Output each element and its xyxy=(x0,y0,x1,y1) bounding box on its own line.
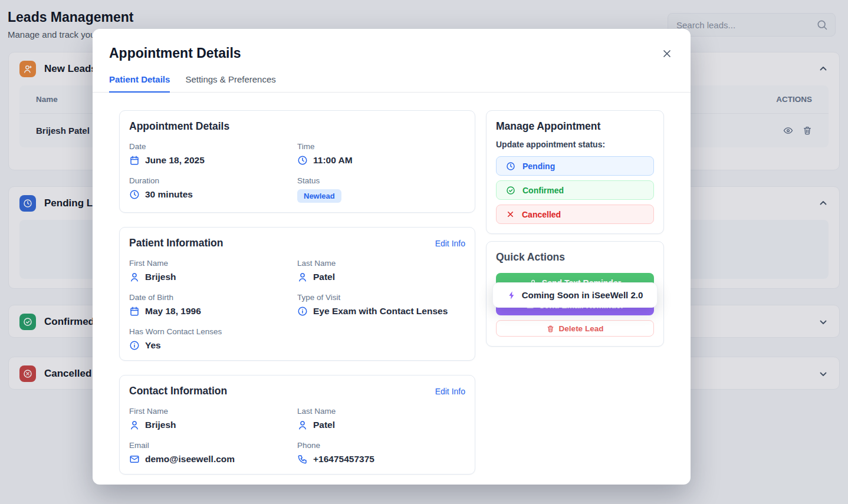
field-label: Email xyxy=(129,441,297,450)
field-label: First Name xyxy=(129,407,297,416)
manage-appointment-card: Manage Appointment Update appointment st… xyxy=(486,110,664,234)
tab-settings-preferences[interactable]: Settings & Preferences xyxy=(185,74,275,92)
field-label: Time xyxy=(297,142,465,151)
field-value: Patel xyxy=(313,420,335,430)
dob-field: Date of Birth May 18, 1996 xyxy=(129,293,297,317)
field-value: 11:00 AM xyxy=(313,155,353,166)
appointment-details-modal: Appointment Details Patient Details Sett… xyxy=(93,29,691,485)
modal-title: Appointment Details xyxy=(109,45,674,61)
phone-field: Phone +16475457375 xyxy=(297,441,465,465)
email-field: Email demo@iseewell.com xyxy=(129,441,297,465)
update-status-label: Update appointment status: xyxy=(496,140,654,149)
field-label: Last Name xyxy=(297,259,465,268)
card-title: Patient Information xyxy=(129,237,223,249)
field-label: Date of Birth xyxy=(129,293,297,302)
tooltip-text: Coming Soon in iSeeWell 2.0 xyxy=(522,290,643,300)
status-badge: Newlead xyxy=(297,189,341,203)
last-name-field: Last Name Patel xyxy=(297,259,465,282)
field-label: Has Worn Contact Lenses xyxy=(129,327,297,336)
x-icon xyxy=(506,210,515,219)
field-value: Eye Exam with Contact Lenses xyxy=(313,306,448,317)
time-field: Time 11:00 AM xyxy=(297,142,465,166)
field-label: First Name xyxy=(129,259,297,268)
user-icon xyxy=(129,420,140,430)
user-icon xyxy=(129,272,140,282)
phone-icon xyxy=(297,454,308,465)
calendar-icon xyxy=(129,306,140,317)
info-icon xyxy=(129,340,140,351)
status-label: Pending xyxy=(522,162,555,171)
field-value: Brijesh xyxy=(145,420,176,430)
status-cancelled-button[interactable]: Cancelled xyxy=(496,205,654,224)
clock-icon xyxy=(297,155,308,166)
field-label: Phone xyxy=(297,441,465,450)
duration-field: Duration 30 minutes xyxy=(129,176,297,203)
field-value: 30 minutes xyxy=(145,189,193,200)
status-label: Confirmed xyxy=(522,186,564,195)
field-value: Yes xyxy=(145,340,161,351)
trash-icon xyxy=(547,325,554,332)
coming-soon-tooltip: Coming Soon in iSeeWell 2.0 xyxy=(492,282,658,308)
clock-icon xyxy=(129,189,140,200)
modal-tabs: Patient Details Settings & Preferences xyxy=(93,74,691,93)
tab-patient-details[interactable]: Patient Details xyxy=(109,74,170,93)
calendar-icon xyxy=(129,155,140,166)
check-circle-icon xyxy=(506,186,515,195)
field-label: Duration xyxy=(129,176,297,185)
contact-information-card: Contact Information Edit Info First Name… xyxy=(119,375,475,475)
button-label: Delete Lead xyxy=(559,324,604,333)
user-icon xyxy=(297,272,308,282)
quick-actions-card: Quick Actions Send Text Reminder Send Em… xyxy=(486,241,664,347)
field-label: Date xyxy=(129,142,297,151)
card-title: Appointment Details xyxy=(129,120,229,133)
card-title: Quick Actions xyxy=(496,251,565,263)
field-value: May 18, 1996 xyxy=(145,306,201,317)
field-label: Type of Visit xyxy=(297,293,465,302)
status-label: Cancelled xyxy=(522,210,561,219)
field-value: +16475457375 xyxy=(313,454,374,465)
card-title: Manage Appointment xyxy=(496,120,600,133)
type-of-visit-field: Type of Visit Eye Exam with Contact Lens… xyxy=(297,293,465,317)
appointment-details-card: Appointment Details Date June 18, 2025 T… xyxy=(119,110,475,213)
field-value: Patel xyxy=(313,272,335,282)
edit-info-link[interactable]: Edit Info xyxy=(435,387,465,396)
first-name-field: First Name Brijesh xyxy=(129,407,297,430)
date-field: Date June 18, 2025 xyxy=(129,142,297,166)
first-name-field: First Name Brijesh xyxy=(129,259,297,282)
info-icon xyxy=(297,306,308,317)
status-pending-button[interactable]: Pending xyxy=(496,156,654,176)
edit-info-link[interactable]: Edit Info xyxy=(435,239,465,248)
field-label: Last Name xyxy=(297,407,465,416)
last-name-field: Last Name Patel xyxy=(297,407,465,430)
card-title: Contact Information xyxy=(129,385,227,397)
patient-information-card: Patient Information Edit Info First Name… xyxy=(119,227,475,361)
field-value: demo@iseewell.com xyxy=(145,454,235,465)
field-value: June 18, 2025 xyxy=(145,155,205,166)
status-confirmed-button[interactable]: Confirmed xyxy=(496,180,654,200)
field-label: Status xyxy=(297,176,465,185)
delete-lead-button[interactable]: Delete Lead xyxy=(496,320,654,337)
contact-lenses-field: Has Worn Contact Lenses Yes xyxy=(129,327,297,351)
user-icon xyxy=(297,420,308,430)
lightning-icon xyxy=(507,291,517,300)
status-field: Status Newlead xyxy=(297,176,465,203)
field-value: Brijesh xyxy=(145,272,176,282)
clock-icon xyxy=(506,162,515,171)
mail-icon xyxy=(129,454,140,465)
close-icon[interactable] xyxy=(661,48,673,60)
